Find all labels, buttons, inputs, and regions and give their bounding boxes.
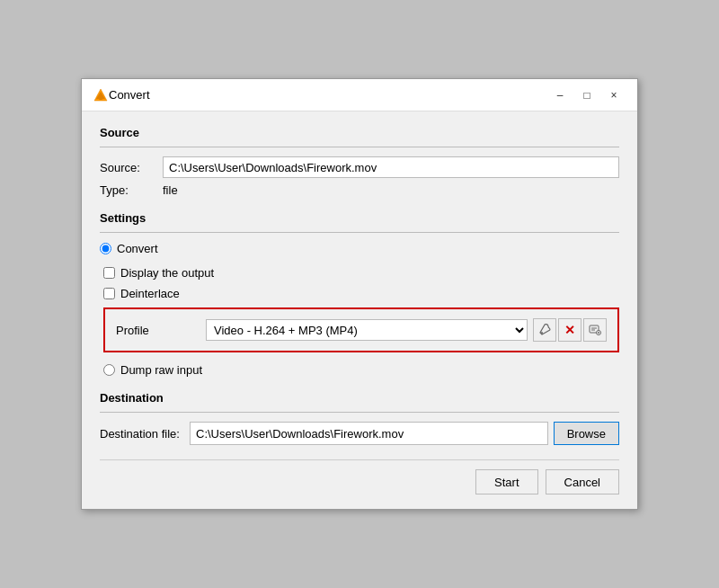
deinterlace-row: Deinterlace bbox=[103, 287, 619, 300]
source-label: Source: bbox=[100, 161, 163, 174]
profile-new-button[interactable] bbox=[583, 318, 607, 342]
source-heading: Source bbox=[100, 126, 619, 139]
dump-raw-row: Dump raw input bbox=[103, 363, 619, 377]
convert-radio[interactable] bbox=[100, 243, 111, 254]
deinterlace-checkbox[interactable] bbox=[103, 288, 115, 299]
convert-radio-label[interactable]: Convert bbox=[117, 242, 158, 255]
window-title: Convert bbox=[109, 88, 547, 102]
source-input[interactable] bbox=[163, 156, 619, 178]
footer-buttons: Start Cancel bbox=[100, 459, 619, 494]
profile-select[interactable]: Video - H.264 + MP3 (MP4) Video - H.265 … bbox=[206, 319, 528, 341]
profile-label: Profile bbox=[116, 324, 206, 337]
profile-box: Profile Video - H.264 + MP3 (MP4) Video … bbox=[103, 307, 619, 352]
profile-tools: ✕ bbox=[533, 318, 607, 342]
settings-heading: Settings bbox=[100, 211, 619, 225]
title-bar-buttons: – □ × bbox=[547, 85, 626, 105]
type-label: Type: bbox=[100, 183, 163, 197]
title-bar: Convert – □ × bbox=[82, 79, 637, 111]
type-value: file bbox=[163, 183, 178, 197]
new-profile-icon bbox=[589, 324, 601, 336]
cancel-button[interactable]: Cancel bbox=[546, 469, 619, 494]
browse-button[interactable]: Browse bbox=[554, 422, 619, 445]
wrench-icon bbox=[538, 324, 551, 336]
destination-row: Destination file: Browse bbox=[100, 422, 619, 445]
maximize-button[interactable]: □ bbox=[574, 85, 599, 105]
svg-point-3 bbox=[541, 332, 543, 334]
convert-dialog: Convert – □ × Source Source: Type: file … bbox=[81, 78, 638, 510]
display-output-label[interactable]: Display the output bbox=[120, 266, 214, 280]
svg-rect-2 bbox=[99, 97, 102, 100]
dump-raw-label[interactable]: Dump raw input bbox=[120, 363, 202, 377]
source-section: Source Source: Type: file bbox=[100, 126, 619, 197]
destination-heading: Destination bbox=[100, 391, 619, 405]
source-row: Source: bbox=[100, 156, 619, 178]
convert-radio-row: Convert bbox=[100, 242, 619, 255]
display-output-row: Display the output bbox=[103, 266, 619, 280]
close-button[interactable]: × bbox=[601, 85, 626, 105]
destination-input[interactable] bbox=[190, 422, 548, 445]
deinterlace-label[interactable]: Deinterlace bbox=[120, 287, 180, 300]
dest-file-label: Destination file: bbox=[100, 427, 190, 441]
settings-section: Settings Convert Display the output Dein… bbox=[100, 211, 619, 377]
vlc-icon bbox=[93, 87, 109, 103]
display-output-checkbox[interactable] bbox=[103, 267, 115, 279]
profile-delete-button[interactable]: ✕ bbox=[558, 318, 581, 342]
minimize-button[interactable]: – bbox=[547, 85, 573, 105]
destination-section: Destination Destination file: Browse bbox=[100, 391, 619, 445]
dump-raw-radio[interactable] bbox=[103, 364, 115, 376]
profile-edit-button[interactable] bbox=[533, 318, 556, 342]
dialog-content: Source Source: Type: file Settings Conve… bbox=[82, 111, 637, 509]
start-button[interactable]: Start bbox=[475, 469, 537, 494]
type-row: Type: file bbox=[100, 183, 619, 197]
delete-icon: ✕ bbox=[564, 323, 575, 337]
